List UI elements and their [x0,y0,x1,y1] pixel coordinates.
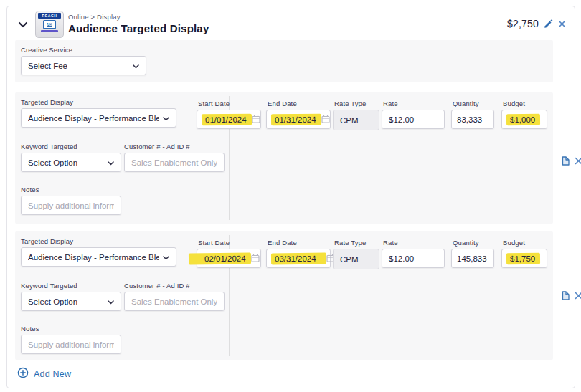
chevron-down-icon [163,114,169,123]
remove-product-icon[interactable] [558,20,566,28]
highlighted-budget: $1,750 [506,252,540,264]
reach-product-logo: REACH AD [35,11,64,38]
page: REACH AD Online > Display Audience Targe… [0,0,581,392]
calendar-icon[interactable] [321,115,330,125]
start-date-label: Start Date [198,100,230,107]
rate-type-field: CPM [333,249,379,269]
quantity-input[interactable]: 145,833 [451,249,494,268]
notes-label: Notes [21,186,39,193]
calendar-icon[interactable] [251,254,260,264]
quantity-input[interactable]: 83,333 [451,110,494,129]
quantity-label: Quantity [453,239,479,247]
customer-ad-id-input[interactable] [124,153,225,172]
reach-logo-banner: REACH [38,13,61,19]
keyword-targeted-select[interactable]: Select Option [21,292,121,311]
notes-label: Notes [21,325,39,333]
end-date-input[interactable]: 01/31/2024 [266,110,331,129]
targeted-display-label: Targeted Display [21,237,73,245]
end-date-input[interactable]: 03/31/2024 [266,249,331,268]
plus-circle-icon [17,367,29,381]
keyword-targeted-select[interactable]: Select Option [21,153,121,172]
notes-input[interactable] [21,196,121,215]
rate-input[interactable]: $12.00 [382,249,445,268]
delete-row-icon[interactable] [575,292,581,300]
add-new-label: Add New [34,369,71,379]
customer-ad-id-input[interactable] [124,292,225,311]
delete-row-icon[interactable] [575,157,581,165]
end-date-label: End Date [268,239,297,247]
chevron-down-icon [163,253,169,262]
highlighted-date: 01/01/2024 [202,113,252,125]
notes-input[interactable] [21,335,121,354]
targeted-display-label: Targeted Display [21,98,73,106]
add-new-button[interactable]: Add New [17,367,71,381]
highlighted-date: 03/31/2024 [271,252,326,264]
edit-pencil-icon[interactable] [544,19,553,29]
start-date-input[interactable]: 01/01/2024 [197,110,261,129]
highlighted-budget: $1,000 [506,113,540,125]
start-date-input[interactable]: 02/01/2024 [197,249,261,268]
rate-type-label: Rate Type [334,239,366,247]
targeted-display-select[interactable]: Audience Display - Performance Bler [21,108,176,128]
page-title: Audience Targeted Display [68,22,209,34]
collapse-chevron-icon[interactable] [18,21,28,28]
breadcrumb: Online > Display [68,13,209,21]
rate-input[interactable]: $12.00 [382,110,445,129]
start-date-label: Start Date [198,239,230,247]
budget-input[interactable]: $1,750 [501,249,547,268]
line-item-row: Targeted Display Audience Display - Perf… [15,92,553,224]
budget-label: Budget [503,100,525,107]
chevron-down-icon [108,297,114,306]
rate-label: Rate [383,100,398,107]
budget-label: Budget [503,239,525,247]
creative-service-select[interactable]: Select Fee [21,56,146,75]
keyword-targeted-label: Keyword Targeted [21,143,77,150]
rate-label: Rate [383,239,398,247]
line-item-row: Targeted Display Audience Display - Perf… [15,231,553,360]
rate-type-label: Rate Type [334,100,366,107]
total-price: $2,750 [507,18,539,29]
chevron-down-icon [108,158,114,167]
quantity-label: Quantity [453,100,479,107]
creative-service-section: Creative Service Select Fee [15,40,553,82]
creative-service-label: Creative Service [21,46,72,54]
highlighted-date: 01/31/2024 [271,113,321,125]
rate-type-field: CPM [333,110,379,130]
calendar-icon[interactable] [252,115,260,125]
duplicate-row-icon[interactable] [560,290,570,301]
product-card: REACH AD Online > Display Audience Targe… [6,6,575,388]
customer-ad-id-label: Customer # - Ad ID # [124,282,190,290]
highlighted-date: 02/01/2024 [189,252,251,264]
customer-ad-id-label: Customer # - Ad ID # [124,143,190,150]
duplicate-row-icon[interactable] [560,156,570,166]
ad-monitor-icon: AD [43,20,56,29]
chevron-down-icon [133,62,139,70]
keyword-targeted-label: Keyword Targeted [21,282,77,290]
budget-input[interactable]: $1,000 [501,110,547,129]
end-date-label: End Date [268,100,297,107]
targeted-display-select[interactable]: Audience Display - Performance Bler [21,247,176,267]
